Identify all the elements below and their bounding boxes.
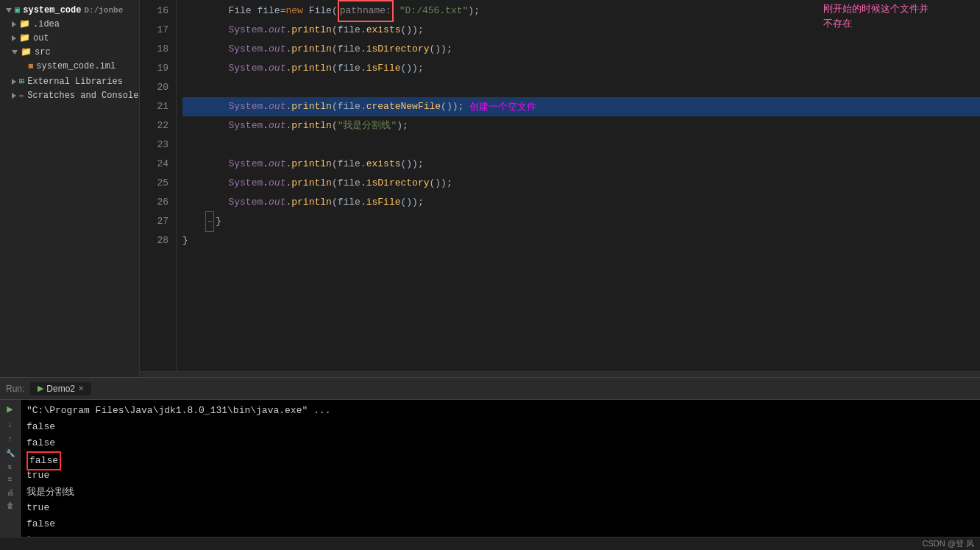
code-line-16: File file=new File(pathname: "D:/456.txt…: [182, 1, 980, 21]
ln-27: 27: [140, 212, 168, 231]
scratches-expand-icon: [12, 93, 16, 99]
run-tab-name: Demo2: [46, 384, 75, 394]
code-line-17: System.out.println(file.exists());: [182, 21, 980, 40]
run-up-button[interactable]: ↑: [7, 434, 13, 445]
sidebar-item-idea[interactable]: 📁 .idea: [0, 17, 139, 31]
ln-23: 23: [140, 135, 168, 155]
line-numbers: 16 17 18 19 20 21 22 23 24 25 26 27 28: [140, 0, 177, 371]
ext-libs-expand-icon: [12, 79, 16, 85]
sidebar-item-out[interactable]: 📁 out: [0, 31, 139, 45]
code-line-24: System.out.println(file.exists());: [182, 155, 980, 174]
console-line-6: true: [26, 500, 974, 516]
sidebar-item-iml[interactable]: ◼ system_code.iml: [0, 59, 139, 73]
ln-22: 22: [140, 116, 168, 135]
src-expand-icon: [12, 50, 18, 54]
ln-21: 21: [140, 97, 168, 116]
sidebar-project-root[interactable]: ▣ system_code D:/jonbe: [0, 3, 139, 17]
code-line-23: [182, 135, 980, 155]
code-line-18: System.out.println(file.isDirectory());: [182, 40, 980, 59]
src-label: src: [35, 47, 51, 57]
fold-icon-27[interactable]: –: [205, 211, 214, 232]
out-folder-icon: 📁: [19, 32, 30, 43]
ext-libs-label: External Libraries: [27, 77, 123, 87]
csdn-badge: CSDN @登 风: [923, 538, 974, 549]
console-line-4: true: [26, 468, 974, 484]
sidebar-item-src[interactable]: 📁 src: [0, 45, 139, 59]
sidebar: ▣ system_code D:/jonbe 📁 .idea 📁 out 📁 s…: [0, 0, 140, 377]
ln-25: 25: [140, 174, 168, 193]
annotation-create-file: 创建一个空文件: [469, 97, 536, 116]
code-line-22: System.out.println("我是分割线");: [182, 116, 980, 135]
console-container: ▶ ↓ ↑ 🔧 ⇅ ≡ 🖨 🗑 "C:\Program Files\Java\j…: [0, 400, 980, 537]
code-line-26: System.out.println(file.isFile());: [182, 193, 980, 212]
code-line-21: System.out.println(file.createNewFile())…: [182, 97, 980, 116]
project-icon: ▣: [15, 4, 20, 15]
src-folder-icon: 📁: [21, 46, 32, 57]
run-print-icon[interactable]: 🖨: [7, 488, 14, 497]
ln-16: 16: [140, 1, 168, 21]
console-line-cmd: "C:\Program Files\Java\jdk1.8.0_131\bin\…: [26, 403, 974, 419]
ln-18: 18: [140, 40, 168, 59]
main-container: ▣ system_code D:/jonbe 📁 .idea 📁 out 📁 s…: [0, 0, 980, 377]
editor-area: 16 17 18 19 20 21 22 23 24 25 26 27 28 刚…: [140, 0, 980, 377]
code-line-28: }: [182, 231, 980, 250]
iml-icon: ◼: [28, 60, 33, 71]
code-lines[interactable]: 刚开始的时候这个文件并不存在 File file=new File(pathna…: [177, 0, 980, 371]
out-expand-icon: [12, 35, 16, 41]
code-line-19: System.out.println(file.isFile());: [182, 59, 980, 78]
ln-24: 24: [140, 155, 168, 174]
code-content: 16 17 18 19 20 21 22 23 24 25 26 27 28 刚…: [140, 0, 980, 371]
run-tab-play-icon: ▶: [38, 384, 43, 393]
run-play-button[interactable]: ▶: [7, 403, 13, 415]
ln-26: 26: [140, 193, 168, 212]
idea-label: .idea: [33, 19, 60, 29]
bottom-panel: Run: ▶ Demo2 ✕ ▶ ↓ ↑ 🔧 ⇅ ≡ 🖨 🗑 "C:\Progr…: [0, 377, 980, 550]
ln-19: 19: [140, 59, 168, 78]
run-scroll-lock-icon[interactable]: ⇅: [7, 462, 12, 471]
ext-libs-icon: ⊞: [19, 76, 24, 87]
console-output: "C:\Program Files\Java\jdk1.8.0_131\bin\…: [21, 400, 980, 537]
horizontal-scrollbar[interactable]: [140, 371, 980, 377]
run-controls: ▶ ↓ ↑ 🔧 ⇅ ≡ 🖨 🗑: [0, 400, 21, 537]
project-path-label: D:/jonbe: [84, 6, 123, 15]
code-line-25: System.out.println(file.isDirectory());: [182, 174, 980, 193]
code-line-20: [182, 78, 980, 97]
ln-28: 28: [140, 231, 168, 250]
red-highlight-false: false: [26, 451, 61, 470]
sidebar-item-ext-libs[interactable]: ⊞ External Libraries: [0, 74, 139, 88]
run-tab-demo2[interactable]: ▶ Demo2 ✕: [30, 382, 91, 395]
scratches-icon: ✏: [19, 90, 24, 101]
console-line-1: false: [26, 419, 974, 435]
idea-expand-icon: [12, 21, 16, 27]
pathname-highlight-box: pathname:: [338, 0, 394, 22]
run-tab-close-icon[interactable]: ✕: [78, 384, 84, 392]
project-expand-icon: [6, 8, 12, 13]
console-line-3-highlighted: false: [26, 451, 974, 468]
ln-17: 17: [140, 21, 168, 40]
run-wrench-icon[interactable]: 🔧: [6, 449, 15, 458]
iml-label: system_code.iml: [36, 61, 116, 71]
bottom-status-bar: CSDN @登 风: [0, 537, 980, 550]
run-down-button[interactable]: ↓: [7, 420, 13, 430]
out-label: out: [33, 33, 49, 43]
sidebar-item-scratches[interactable]: ✏ Scratches and Consoles: [0, 88, 139, 102]
console-line-5-chinese: 我是分割线: [26, 484, 974, 500]
console-lines: "C:\Program Files\Java\jdk1.8.0_131\bin\…: [26, 403, 974, 534]
project-name-label: system_code: [23, 5, 81, 15]
run-label: Run:: [6, 384, 24, 394]
run-tab-bar: Run: ▶ Demo2 ✕: [0, 378, 980, 400]
run-filter-icon[interactable]: ≡: [7, 476, 12, 484]
code-line-27: –}: [182, 212, 980, 231]
idea-folder-icon: 📁: [19, 18, 30, 29]
console-line-7: false: [26, 516, 974, 532]
run-trash-icon[interactable]: 🗑: [7, 501, 14, 510]
ln-20: 20: [140, 78, 168, 97]
scratches-label: Scratches and Consoles: [27, 91, 140, 101]
console-line-2: false: [26, 435, 974, 451]
